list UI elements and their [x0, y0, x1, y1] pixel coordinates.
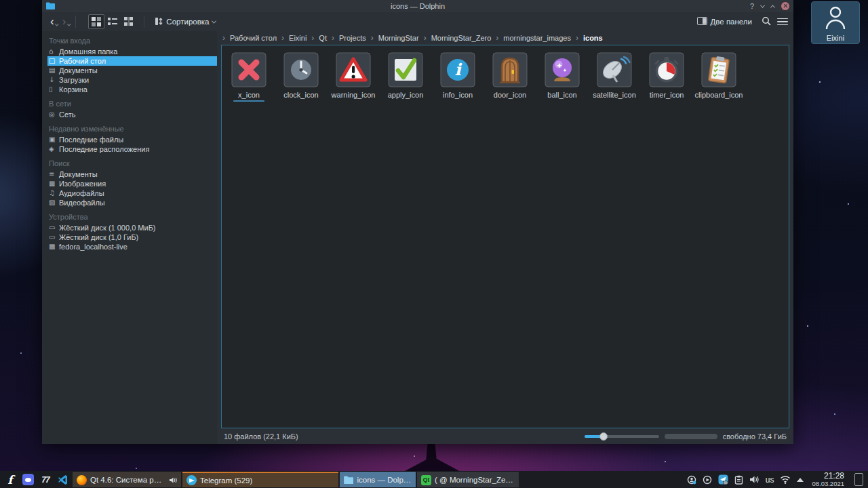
file-x-icon[interactable]: x_icon	[231, 52, 267, 102]
presence-tray-icon[interactable]	[687, 475, 696, 485]
task-qtcreator[interactable]: Qt ( @ MorningStar_Zero) [main…	[417, 472, 519, 487]
fedora-logo-icon: f	[7, 473, 12, 487]
sidebar-item-documents[interactable]: ▤Документы	[47, 66, 212, 75]
breadcrumb: › Рабочий стол › Eixini › Qt › Projects …	[217, 31, 793, 45]
sidebar-item-fedora-live[interactable]: ▩fedora_localhost-live	[47, 242, 212, 251]
maximize-button[interactable]	[771, 5, 774, 8]
file-ball-icon[interactable]: ball_icon	[545, 52, 580, 99]
split-panes-label: Две панели	[711, 18, 752, 26]
file-clock-icon[interactable]: clock_icon	[283, 52, 319, 99]
sidebar-item-network[interactable]: ◎Сеть	[47, 110, 212, 119]
sort-button[interactable]: Сортировка	[151, 15, 219, 29]
audio-playing-icon[interactable]	[169, 476, 177, 484]
search-icon	[762, 16, 771, 27]
audio-note-icon: ♫	[49, 188, 59, 198]
breadcrumb-item[interactable]: Qt	[319, 34, 327, 42]
dolphin-window: icons — Dolphin ? ‹ › Сор	[42, 0, 793, 444]
titlebar[interactable]: icons — Dolphin ?	[42, 0, 793, 12]
fedora-menu-button[interactable]: f	[2, 472, 18, 487]
77-icon: 77	[41, 475, 49, 485]
dolphin-folder-icon	[344, 476, 353, 484]
launcher-77[interactable]: 77	[37, 472, 54, 487]
door-image	[492, 52, 528, 87]
file-label: satellite_icon	[593, 91, 636, 99]
sidebar-item-search-audio[interactable]: ♫Аудиофайлы	[47, 188, 212, 198]
breadcrumb-item[interactable]: Projects	[339, 34, 366, 42]
sidebar-item-disk-1gib[interactable]: ▭Жёсткий диск (1,0 ГиБ)	[47, 232, 212, 242]
icons-view-button[interactable]	[88, 14, 104, 29]
media-player-tray-icon[interactable]	[703, 475, 712, 485]
close-button[interactable]	[781, 2, 789, 10]
sidebar-item-recent-locations[interactable]: ◈Последние расположения	[47, 144, 212, 154]
status-bar: 10 файлов (22,1 КиБ) свободно 73,4 ГиБ	[217, 428, 793, 444]
toolbar: ‹ › Сортировка Две пан	[42, 12, 793, 31]
task-dolphin[interactable]: icons — Dolphin	[340, 472, 416, 487]
folder-view[interactable]: x_icon clock_icon	[221, 45, 789, 428]
back-button[interactable]: ‹	[47, 17, 57, 26]
clock-time: 21:28	[812, 472, 844, 481]
stars-decor	[0, 0, 1, 1]
telegram-tray-icon[interactable]	[718, 474, 728, 485]
file-warning-icon[interactable]: warning_icon	[336, 52, 371, 99]
forward-button[interactable]: ›	[60, 17, 69, 26]
help-button[interactable]: ?	[750, 3, 754, 10]
clock-date: 08.03.2021	[812, 481, 844, 487]
system-tray: us 21:28 08.03.2021	[684, 472, 866, 487]
chevron-right-icon: ›	[496, 33, 498, 43]
file-label: info_icon	[443, 91, 473, 99]
chevron-right-icon: ›	[576, 33, 578, 43]
breadcrumb-item[interactable]: Рабочий стол	[230, 34, 277, 42]
sidebar-item-desktop[interactable]: □Рабочий стол	[47, 56, 217, 66]
file-apply-icon[interactable]: apply_icon	[388, 52, 423, 99]
sidebar-item-downloads[interactable]: ↓Загрузки	[47, 75, 212, 85]
file-info-icon[interactable]: i info_icon	[440, 52, 475, 99]
digital-clock[interactable]: 21:28 08.03.2021	[812, 472, 844, 487]
split-panes-button[interactable]: Две панели	[694, 15, 755, 28]
file-satellite-icon[interactable]: satellite_icon	[597, 52, 632, 99]
tree-view-button[interactable]	[121, 14, 137, 29]
video-icon: ▧	[49, 198, 59, 207]
breadcrumb-item[interactable]: Eixini	[289, 34, 307, 42]
sidebar-item-search-documents[interactable]: ≡Документы	[47, 169, 212, 179]
volume-tray-icon[interactable]	[749, 475, 760, 484]
task-firefox[interactable]: Qt 4.6: Система ресурс…	[73, 472, 181, 487]
keyboard-layout-indicator[interactable]: us	[766, 475, 774, 485]
show-desktop-button[interactable]	[854, 473, 863, 486]
sidebar-item-search-images[interactable]: ▦Изображения	[47, 179, 212, 188]
sidebar-item-recent-files[interactable]: ▣Последние файлы	[47, 135, 212, 144]
minimize-button[interactable]	[761, 5, 764, 8]
klipper-tray-icon[interactable]	[734, 475, 743, 485]
vscode-icon	[58, 474, 68, 485]
vscode-launcher[interactable]	[55, 472, 71, 487]
wifi-tray-icon[interactable]	[780, 475, 791, 484]
satellite-image	[597, 52, 632, 87]
recent-files-icon: ▣	[49, 135, 59, 144]
sort-icon	[155, 17, 163, 27]
file-label: clock_icon	[283, 91, 318, 99]
places-panel: Точки входа ⌂Домашняя папка □Рабочий сто…	[42, 31, 217, 444]
hard-disk-icon: ▭	[49, 223, 59, 232]
breadcrumb-item[interactable]: MorningStar	[378, 34, 419, 42]
discord-launcher[interactable]	[20, 472, 36, 487]
details-view-button[interactable]	[104, 14, 121, 29]
search-button[interactable]	[758, 14, 774, 29]
sidebar-item-search-video[interactable]: ▧Видеофайлы	[47, 198, 212, 207]
image-icon: ▦	[49, 179, 59, 188]
sidebar-item-home[interactable]: ⌂Домашняя папка	[47, 47, 212, 56]
section-title: Недавно изменённые	[49, 125, 217, 133]
sidebar-item-disk-1000mib[interactable]: ▭Жёсткий диск (1 000,0 МиБ)	[47, 223, 212, 232]
breadcrumb-item[interactable]: morningstar_images	[503, 34, 571, 42]
hamburger-menu-button[interactable]	[777, 18, 788, 26]
file-timer-icon[interactable]: timer_icon	[649, 52, 684, 99]
zoom-slider[interactable]	[585, 435, 659, 438]
zoom-slider-handle[interactable]	[599, 432, 608, 441]
task-telegram[interactable]: Telegram (529)	[182, 472, 338, 487]
sidebar-item-trash[interactable]: ▯Корзина	[47, 85, 212, 94]
file-door-icon[interactable]: door_icon	[492, 52, 528, 99]
desktop-icon-eixini[interactable]: Eixini	[811, 1, 860, 44]
breadcrumb-item[interactable]: MorningStar_Zero	[431, 34, 492, 42]
breadcrumb-item-current[interactable]: icons	[583, 34, 603, 42]
file-clipboard-icon[interactable]: clipboard_icon	[701, 52, 736, 99]
chevron-right-icon: ›	[281, 33, 284, 43]
tray-expander-icon[interactable]	[797, 478, 804, 482]
